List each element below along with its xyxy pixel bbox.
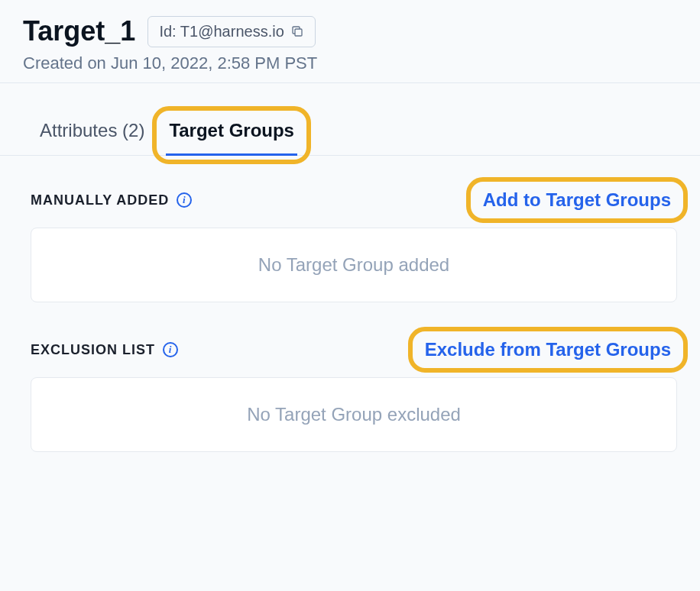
- created-timestamp: Created on Jun 10, 2022, 2:58 PM PST: [23, 53, 677, 73]
- content: MANUALLY ADDED i Add to Target Groups No…: [0, 156, 700, 516]
- exclude-from-target-groups-label: Exclude from Target Groups: [425, 339, 671, 360]
- label-text-exclusion: EXCLUSION LIST: [31, 342, 155, 358]
- section-exclusion-list: EXCLUSION LIST i Exclude from Target Gro…: [31, 336, 677, 452]
- add-to-target-groups-label: Add to Target Groups: [483, 189, 671, 210]
- info-icon[interactable]: i: [177, 192, 192, 208]
- id-text: Id: T1@harness.io: [159, 23, 284, 40]
- section-header-manual: MANUALLY ADDED i Add to Target Groups: [31, 186, 677, 214]
- page-title: Target_1: [23, 15, 135, 47]
- title-row: Target_1 Id: T1@harness.io: [23, 15, 677, 47]
- exclusion-empty-box: No Target Group excluded: [31, 377, 677, 452]
- add-to-target-groups-button[interactable]: Add to Target Groups: [477, 186, 677, 214]
- info-icon[interactable]: i: [163, 342, 178, 357]
- exclude-from-target-groups-button[interactable]: Exclude from Target Groups: [419, 336, 677, 363]
- label-text-manual: MANUALLY ADDED: [31, 192, 169, 208]
- svg-rect-0: [295, 29, 302, 36]
- tab-target-groups-label: Target Groups: [169, 120, 294, 140]
- copy-icon: [290, 24, 304, 38]
- page-header: Target_1 Id: T1@harness.io Created on Ju…: [0, 0, 700, 83]
- section-label-exclusion: EXCLUSION LIST i: [31, 342, 178, 358]
- tab-attributes[interactable]: Attributes (2): [37, 114, 147, 155]
- section-label-manual: MANUALLY ADDED i: [31, 192, 192, 208]
- id-badge[interactable]: Id: T1@harness.io: [147, 16, 315, 47]
- tabs: Attributes (2) Target Groups: [0, 83, 700, 156]
- tab-target-groups[interactable]: Target Groups: [166, 114, 297, 156]
- section-manually-added: MANUALLY ADDED i Add to Target Groups No…: [31, 186, 677, 302]
- section-header-exclusion: EXCLUSION LIST i Exclude from Target Gro…: [31, 336, 677, 363]
- manual-empty-box: No Target Group added: [31, 228, 677, 302]
